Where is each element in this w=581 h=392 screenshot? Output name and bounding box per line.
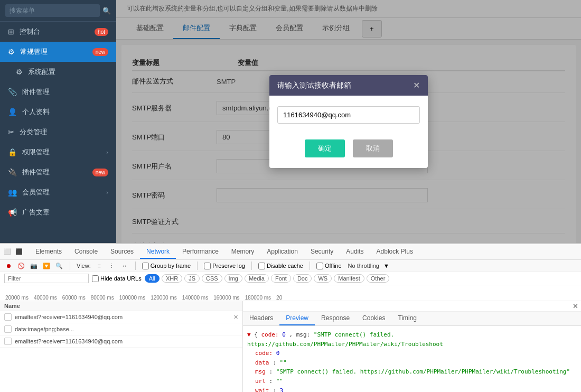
dialog-confirm-button[interactable]: 确定 — [305, 139, 345, 157]
disable-cache-checkbox[interactable]: Disable cache — [258, 263, 303, 269]
filter-tag-xhr[interactable]: XHR — [162, 274, 182, 283]
request-item-2[interactable]: emailtest?receiver=1161634940@qq.com — [0, 335, 242, 348]
sidebar-search-bar: 🔍 — [0, 0, 116, 22]
filter-button[interactable]: 🔽 — [42, 262, 51, 270]
group-by-frame-checkbox[interactable]: Group by frame — [142, 263, 191, 269]
sidebar-item-general[interactable]: ⚙ 常规管理 new — [0, 42, 116, 62]
dialog-cancel-button[interactable]: 取消 — [353, 139, 393, 157]
detail-tab-headers[interactable]: Headers — [243, 312, 279, 325]
tab-audits[interactable]: Audits — [340, 245, 370, 259]
sidebar-item-profile[interactable]: 👤 个人资料 — [0, 102, 116, 122]
response-line-url: url : "" — [247, 377, 577, 386]
sidebar-item-system[interactable]: ⚙ 系统配置 — [0, 62, 116, 82]
filter-tag-other[interactable]: Other — [367, 274, 390, 283]
attachment-icon: 📎 — [8, 88, 17, 96]
detail-tab-response[interactable]: Response — [315, 312, 356, 325]
search-icon[interactable]: 🔍 — [102, 7, 111, 15]
timeline-label-8: 180000 ms — [242, 295, 274, 301]
filter-tag-manifest[interactable]: Manifest — [334, 274, 364, 283]
filter-tag-ws[interactable]: WS — [314, 274, 332, 283]
list-view-button[interactable]: ≡ — [95, 262, 104, 270]
timeline-label-5: 120000 ms — [148, 295, 179, 301]
tab-console[interactable]: Console — [68, 245, 104, 259]
filter-tag-all[interactable]: All — [145, 274, 160, 283]
devtools-dock-icon[interactable]: ⬜ — [3, 247, 12, 257]
dialog-close-button[interactable]: ✕ — [413, 80, 420, 90]
tab-performance[interactable]: Performance — [176, 245, 225, 259]
search-network-button[interactable]: 🔍 — [55, 262, 63, 270]
request-details-panel: ✕ Headers Preview Response Cookies Timin… — [243, 301, 581, 392]
detail-tab-preview[interactable]: Preview — [279, 312, 315, 325]
timeline-label-4: 100000 ms — [117, 295, 148, 301]
preserve-log-checkbox[interactable]: Preserve log — [204, 263, 245, 269]
separator4 — [251, 262, 252, 270]
clear-button[interactable]: 🚫 — [17, 262, 25, 270]
close-details-button[interactable]: ✕ — [573, 302, 578, 310]
request-item-1[interactable]: data:image/png;base... — [0, 323, 242, 335]
sidebar-badge-hot: hot — [95, 28, 108, 36]
grid-view-button[interactable]: ⋮ — [108, 262, 116, 270]
tab-application[interactable]: Application — [260, 245, 304, 259]
receiver-email-input[interactable] — [277, 106, 420, 124]
sidebar-item-label: 广告文章 — [22, 208, 108, 217]
chevron-right-icon2: › — [106, 189, 108, 195]
chevron-right-icon: › — [106, 149, 108, 155]
tab-elements[interactable]: Elements — [29, 245, 68, 259]
offline-checkbox[interactable]: Offline — [316, 263, 342, 269]
tab-memory[interactable]: Memory — [225, 245, 260, 259]
separator — [70, 262, 70, 270]
request-name-2: emailtest?receiver=1161634940@qq.com — [15, 338, 238, 344]
separator5 — [310, 262, 310, 270]
hide-data-urls-checkbox[interactable]: Hide data URLs — [92, 275, 142, 282]
tab-security[interactable]: Security — [304, 245, 340, 259]
sidebar-item-category[interactable]: ✂ 分类管理 — [0, 122, 116, 142]
response-line-data: data : "" — [247, 358, 577, 368]
devtools-undock-icon[interactable]: ⬛ — [14, 247, 24, 257]
filter-tag-media[interactable]: Media — [245, 274, 269, 283]
network-filter-bar: Hide data URLs All XHR JS CSS Img Media … — [0, 272, 581, 285]
tab-network[interactable]: Network — [140, 245, 176, 259]
network-toolbar: ⏺ 🚫 📷 🔽 🔍 View: ≡ ⋮ ↔ Group by frame Pre… — [0, 260, 581, 272]
close-details-bar: ✕ — [243, 301, 581, 312]
filter-tag-doc[interactable]: Doc — [293, 274, 312, 283]
filter-input[interactable] — [4, 274, 89, 283]
sidebar-item-permission[interactable]: 🔒 权限管理 › — [0, 142, 116, 162]
sidebar-item-plugin[interactable]: 🔌 插件管理 new — [0, 162, 116, 182]
filter-tag-css[interactable]: CSS — [202, 274, 222, 283]
separator2 — [135, 262, 136, 270]
separator3 — [197, 262, 198, 270]
sidebar-item-dashboard[interactable]: ⊞ 控制台 hot — [0, 22, 116, 42]
timeline-label-9: 20 — [274, 295, 285, 301]
sidebar-item-label: 分类管理 — [20, 127, 108, 137]
sidebar-item-attachment[interactable]: 📎 附件管理 — [0, 82, 116, 102]
sidebar-item-member[interactable]: 👥 会员管理 › — [0, 182, 116, 202]
response-line-wait: wait : 3 — [247, 386, 577, 392]
camera-button[interactable]: 📷 — [30, 262, 38, 270]
response-line-code: code: 0 — [247, 349, 577, 358]
dialog-title: 请输入测试接收者邮箱 — [277, 81, 351, 90]
name-column-header: Name — [4, 303, 20, 309]
waterfall-button[interactable]: ↔ — [120, 262, 129, 270]
ad-icon: 📢 — [8, 208, 17, 217]
sidebar-badge-new2: new — [92, 169, 108, 176]
dialog-overlay[interactable]: 请输入测试接收者邮箱 ✕ 确定 取消 — [116, 0, 581, 243]
devtools-bottom-panel: Name emailtest?receiver=1161634940@qq.co… — [0, 301, 581, 392]
detail-tab-cookies[interactable]: Cookies — [356, 312, 391, 325]
tab-sources[interactable]: Sources — [104, 245, 140, 259]
throttle-arrow[interactable]: ▼ — [383, 263, 389, 269]
category-icon: ✂ — [8, 128, 14, 136]
request-close-0[interactable]: ✕ — [233, 314, 238, 321]
sidebar-badge-new: new — [92, 48, 108, 56]
filter-tag-img[interactable]: Img — [224, 274, 242, 283]
detail-tabs-bar: Headers Preview Response Cookies Timing — [243, 312, 581, 326]
sidebar-item-ad[interactable]: 📢 广告文章 — [0, 202, 116, 222]
devtools-control-icons: ⬜ ⬛ — [3, 247, 24, 257]
filter-tag-font[interactable]: Font — [271, 274, 291, 283]
sidebar-search-input[interactable] — [5, 4, 100, 17]
record-button[interactable]: ⏺ — [4, 262, 13, 270]
tab-adblock[interactable]: Adblock Plus — [370, 245, 419, 259]
request-item-0[interactable]: emailtest?receiver=1161634940@qq.com ✕ — [0, 311, 242, 323]
filter-tag-js[interactable]: JS — [184, 274, 200, 283]
detail-tab-timing[interactable]: Timing — [391, 312, 423, 325]
sidebar-item-label: 个人资料 — [22, 107, 108, 117]
